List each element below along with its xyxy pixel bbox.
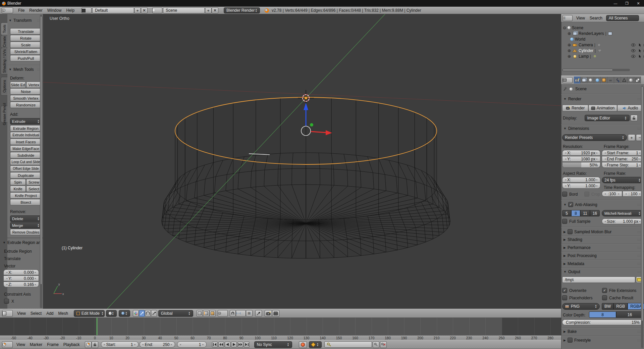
menu-add[interactable]: Add bbox=[44, 311, 56, 316]
make-edge-face-button[interactable]: Make Edge/Face bbox=[10, 145, 42, 152]
render-opengl-anim-button[interactable] bbox=[272, 310, 279, 317]
scale-button[interactable]: Scale bbox=[10, 42, 42, 48]
start-frame-field[interactable]: ◂Start: 1▸ bbox=[101, 341, 139, 348]
tab-options[interactable]: Options bbox=[1, 77, 7, 96]
motion-blur-checkbox[interactable] bbox=[568, 229, 573, 234]
manipulator-axes-icon[interactable] bbox=[133, 310, 139, 317]
merge-menu[interactable]: Merge▲▼ bbox=[10, 222, 42, 229]
constraint-x-checkbox[interactable] bbox=[4, 299, 9, 304]
file-extensions-checkbox[interactable] bbox=[602, 288, 607, 293]
dimensions-panel-header[interactable]: ▼Dimensions:::: bbox=[564, 126, 641, 131]
scene-name[interactable]: Scene bbox=[163, 7, 205, 13]
duplicate-button[interactable]: Duplicate bbox=[10, 172, 42, 179]
vertex-select-mode-button[interactable] bbox=[197, 310, 203, 317]
end-frame-field[interactable]: ◂End Frame:250▸ bbox=[602, 156, 643, 162]
insert-keyframe-button[interactable] bbox=[373, 341, 379, 348]
aa-samples-8-button[interactable]: 8 bbox=[571, 210, 580, 216]
cache-result-option[interactable]: Cache Result bbox=[602, 295, 633, 300]
extrude-menu[interactable]: Extrude▲▼ bbox=[10, 118, 42, 124]
visibility-eye-icon[interactable] bbox=[631, 48, 636, 53]
sampled-motion-blur-panel[interactable]: ▶ Sampled Motion Blur:::: bbox=[564, 229, 641, 234]
display-select[interactable]: Image Editor▲▼ bbox=[585, 115, 630, 121]
menu-view[interactable]: View bbox=[574, 16, 587, 20]
screen-layout-icon[interactable]: ▲▼ bbox=[82, 7, 92, 13]
aspect-y-field[interactable]: ◂Y:1.000▸ bbox=[562, 183, 600, 189]
proportional-edit-button[interactable] bbox=[255, 310, 262, 317]
face-select-mode-button[interactable] bbox=[209, 310, 216, 317]
delete-menu[interactable]: Delete▲▼ bbox=[10, 215, 42, 222]
knife-select-button[interactable]: Select bbox=[26, 186, 42, 192]
editor-type-selector[interactable]: ▲▼ bbox=[562, 77, 573, 83]
rotate-button[interactable]: Rotate bbox=[10, 35, 42, 41]
metadata-panel[interactable]: ▶Metadata:::: bbox=[564, 261, 641, 266]
placeholders-checkbox[interactable] bbox=[562, 295, 567, 300]
audio-sync-select[interactable]: No Sync▲▼ bbox=[254, 341, 292, 348]
tab-grease-pencil[interactable]: Grease Pencil bbox=[1, 106, 7, 122]
performance-panel[interactable]: ▶Performance:::: bbox=[564, 245, 641, 250]
mesh-tools-panel-header[interactable]: ▼ Mesh Tools:::: bbox=[9, 67, 41, 72]
anti-aliasing-panel-header[interactable]: ▼ Anti-Aliasing:::: bbox=[564, 202, 641, 207]
tab-object-data[interactable] bbox=[621, 77, 628, 84]
channel-rgb-button[interactable]: RGB bbox=[613, 303, 628, 310]
resolution-x-field[interactable]: ◂X:1920 px▸ bbox=[562, 150, 600, 156]
outliner-scrollbar[interactable] bbox=[562, 69, 630, 71]
render-opengl-button[interactable] bbox=[265, 310, 272, 317]
viewport-shading-select[interactable]: ▲▼ bbox=[106, 310, 117, 317]
loop-cut-slide-button[interactable]: Loop Cut and Slide bbox=[10, 159, 42, 165]
remap-old-field[interactable]: ◂:100▸ bbox=[602, 191, 622, 197]
next-keyframe-button[interactable] bbox=[237, 342, 243, 348]
operator-panel-header[interactable]: ▼ Extrude Region and bbox=[3, 240, 41, 245]
extrude-individual-button[interactable]: Extrude Individual bbox=[10, 132, 42, 138]
aspect-x-field[interactable]: ◂X:1.000▸ bbox=[562, 177, 600, 183]
crop-checkbox[interactable] bbox=[584, 192, 589, 197]
tab-render-layers[interactable] bbox=[581, 77, 587, 84]
frame-step-field[interactable]: ◂Frame Step:1▸ bbox=[602, 162, 643, 168]
play-reverse-button[interactable] bbox=[225, 342, 230, 348]
render-engine-select[interactable]: Blender Render▲▼ bbox=[224, 7, 260, 13]
screw-button[interactable]: Screw bbox=[26, 179, 42, 185]
delete-keyframe-button[interactable] bbox=[380, 341, 387, 348]
file-extensions-option[interactable]: File Extensions bbox=[602, 288, 636, 293]
expand-icon[interactable]: ⊕ bbox=[568, 31, 571, 36]
compression-slider[interactable]: Compression: 15% bbox=[562, 319, 643, 325]
transform-panel-header[interactable]: ▼ Transform:::: bbox=[9, 18, 41, 23]
menu-help[interactable]: Help bbox=[64, 8, 77, 13]
outliner-scope-select[interactable]: All Scenes bbox=[606, 15, 639, 21]
collapse-icon[interactable]: ⊖ bbox=[563, 26, 566, 30]
anti-aliasing-checkbox[interactable] bbox=[568, 202, 573, 207]
snap-magnet-toggle[interactable] bbox=[230, 310, 236, 317]
outliner-item-camera[interactable]: ⊕ Camera | bbox=[568, 42, 602, 48]
breadcrumb-scene[interactable]: Scene bbox=[575, 87, 587, 91]
inset-faces-button[interactable]: Inset Faces bbox=[10, 139, 42, 145]
tab-scene[interactable] bbox=[587, 77, 594, 84]
tab-modifiers-wrench[interactable] bbox=[614, 77, 621, 84]
editor-type-selector[interactable]: ⓘ ▲▼ bbox=[2, 7, 13, 13]
outliner-item-world[interactable]: World bbox=[570, 36, 585, 42]
outliner-item-scene[interactable]: ⊖ Scene bbox=[563, 25, 642, 31]
selectability-cursor-icon[interactable] bbox=[637, 48, 642, 53]
selectability-cursor-icon[interactable] bbox=[637, 42, 642, 47]
manipulator-rotate-button[interactable] bbox=[145, 310, 151, 317]
tab-render[interactable] bbox=[574, 77, 581, 84]
full-sample-option[interactable]: Full Sample bbox=[562, 219, 590, 224]
scene-selector-icon[interactable]: ▲▼ bbox=[152, 7, 162, 13]
menu-marker[interactable]: Marker bbox=[28, 342, 45, 347]
manipulator-scale-button[interactable] bbox=[151, 310, 157, 317]
crop-option[interactable]: Crop bbox=[584, 192, 600, 197]
spin-button[interactable]: Spin bbox=[10, 179, 26, 185]
knife-project-button[interactable]: Knife Project bbox=[10, 192, 42, 199]
depth-16-button[interactable]: 16 bbox=[616, 311, 643, 318]
timeline-ruler[interactable]: -50-40-30-20-100102030405060708090100110… bbox=[0, 335, 561, 340]
noise-button[interactable]: Noise bbox=[10, 88, 42, 95]
delete-scene-button[interactable]: ✕ bbox=[212, 7, 218, 13]
add-layout-button[interactable]: ＋ bbox=[134, 7, 141, 13]
aa-samples-5-button[interactable]: 5 bbox=[562, 210, 571, 216]
editor-type-selector[interactable]: ☰ ▲▼ bbox=[562, 15, 573, 21]
pin-icon[interactable] bbox=[563, 87, 567, 91]
vector-y-field[interactable]: ◂Y: 0.000▸ bbox=[3, 276, 39, 281]
expand-icon[interactable]: ⊕ bbox=[568, 43, 571, 47]
minimize-button[interactable]: — bbox=[610, 0, 621, 7]
expand-icon[interactable]: ⊕ bbox=[568, 54, 571, 59]
start-frame-field[interactable]: ◂Start Frame:1▸ bbox=[602, 150, 643, 156]
lock-time-button[interactable] bbox=[92, 341, 98, 348]
